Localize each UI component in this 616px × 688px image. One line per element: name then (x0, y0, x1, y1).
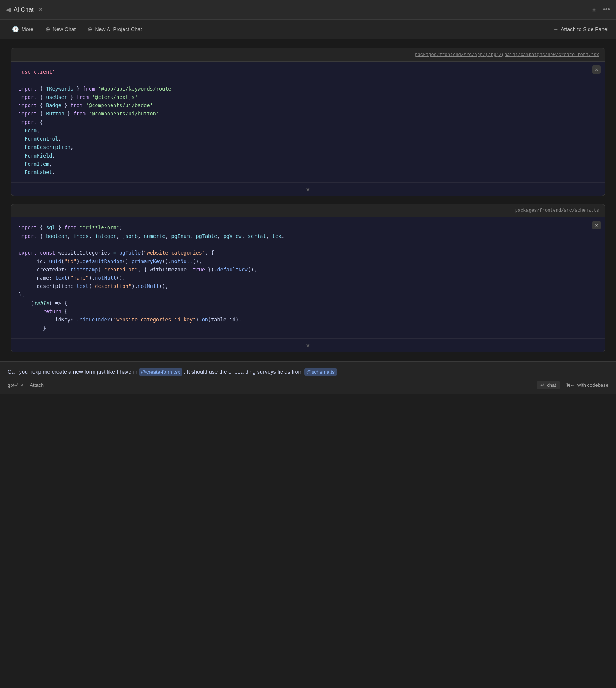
app-title: AI Chat (14, 6, 33, 13)
file-path-1[interactable]: packages/frontend/src/app/(app)/(paid)/c… (415, 52, 599, 58)
codebase-kbd-icon: ⌘↵ (566, 382, 575, 388)
new-ai-project-icon: ⊕ (88, 26, 93, 33)
new-chat-icon: ⊕ (46, 26, 50, 33)
title-bar: ◀ AI Chat × ⊞ ••• (0, 0, 616, 20)
input-toolbar-left: gpt-4 ∨ + Attach (8, 382, 44, 388)
codebase-send-button[interactable]: ⌘↵ with codebase (566, 382, 608, 388)
back-icon[interactable]: ◀ (6, 6, 11, 13)
code-block-1-content: × 'use client' import { TKeywords } from… (11, 62, 605, 182)
attach-side-panel-label: Attach to Side Panel (561, 26, 608, 32)
code-block-1-close[interactable]: × (592, 65, 601, 74)
attach-arrow-icon: → (553, 26, 558, 32)
history-icon: 🕐 (12, 26, 19, 33)
input-message[interactable]: Can you hekp me create a new form just l… (8, 368, 608, 376)
new-ai-project-button[interactable]: ⊕ New AI Project Chat (83, 24, 146, 35)
attach-side-panel-button[interactable]: → Attach to Side Panel (553, 26, 608, 32)
title-bar-left: ◀ AI Chat × (6, 5, 587, 14)
code-block-1: packages/frontend/src/app/(app)/(paid)/c… (11, 48, 605, 196)
codebase-label: with codebase (577, 382, 608, 388)
code-block-1-expand[interactable]: ∨ (11, 182, 605, 196)
code-block-2: packages/frontend/src/schema.ts × import… (11, 204, 605, 352)
message-text-2: . It should use the onboarding surveys f… (182, 369, 304, 375)
more-button[interactable]: 🕐 More (8, 24, 38, 35)
input-toolbar-right: ↵ chat ⌘↵ with codebase (537, 381, 608, 389)
model-label: gpt-4 (8, 382, 19, 388)
close-button[interactable]: × (36, 5, 45, 14)
chat-label: chat (547, 382, 556, 388)
chat-send-button[interactable]: ↵ chat (537, 381, 560, 389)
mention-schema[interactable]: @schema.ts (304, 368, 337, 376)
mention-create-form[interactable]: @create-form.tsx (139, 368, 182, 376)
main-content: packages/frontend/src/app/(app)/(paid)/c… (0, 39, 616, 361)
more-icon[interactable]: ••• (603, 6, 610, 14)
input-toolbar: gpt-4 ∨ + Attach ↵ chat ⌘↵ with codebase (8, 381, 608, 389)
title-bar-right: ⊞ ••• (591, 6, 610, 14)
model-chevron-icon: ∨ (20, 383, 23, 388)
code-block-2-expand[interactable]: ∨ (11, 338, 605, 352)
attach-plus-icon: + (26, 382, 29, 388)
file-path-2[interactable]: packages/frontend/src/schema.ts (515, 208, 599, 213)
code-block-2-content: × import { sql } from "drizzle-orm"; imp… (11, 217, 605, 338)
new-chat-button[interactable]: ⊕ New Chat (41, 24, 80, 35)
message-text-1: Can you hekp me create a new form just l… (8, 369, 139, 375)
code-block-2-close[interactable]: × (592, 221, 601, 229)
input-area[interactable]: Can you hekp me create a new form just l… (0, 361, 616, 394)
new-chat-label: New Chat (53, 26, 76, 32)
more-label: More (21, 26, 33, 32)
chat-return-icon: ↵ (540, 382, 545, 388)
model-selector[interactable]: gpt-4 ∨ (8, 382, 23, 388)
code-block-2-header: packages/frontend/src/schema.ts (11, 204, 605, 217)
toolbar: 🕐 More ⊕ New Chat ⊕ New AI Project Chat … (0, 20, 616, 39)
attach-label: Attach (30, 382, 44, 388)
new-ai-project-label: New AI Project Chat (95, 26, 142, 32)
layout-icon[interactable]: ⊞ (591, 6, 597, 14)
attach-button[interactable]: + Attach (26, 382, 44, 388)
code-block-1-header: packages/frontend/src/app/(app)/(paid)/c… (11, 48, 605, 62)
